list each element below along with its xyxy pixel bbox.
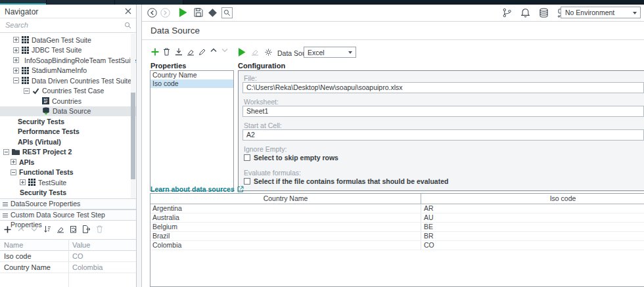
import-properties-button[interactable]: [175, 48, 183, 56]
add-property-button[interactable]: [151, 48, 159, 56]
value-column-header: Value: [68, 240, 136, 250]
notifications-bell-icon[interactable]: [520, 8, 530, 18]
reload-properties-button[interactable]: [69, 225, 78, 234]
main-toolbar: No Environment: [142, 5, 644, 22]
worksheet-input[interactable]: Sheet1: [242, 106, 644, 117]
environment-select[interactable]: No Environment: [561, 7, 641, 18]
ignore-empty-label: Ignore Empty:: [244, 145, 287, 153]
tree-item-infosoap-testsuite[interactable]: InfoSoapBindingRoleTeam TestSuite: [0, 55, 136, 66]
collapse-icon[interactable]: [11, 169, 16, 175]
file-label: File:: [244, 74, 257, 82]
page-title: Data Source: [142, 22, 644, 40]
tree-scrollbar[interactable]: [131, 33, 135, 199]
sort-properties-button[interactable]: [43, 225, 51, 234]
ignore-empty-checkbox[interactable]: [244, 154, 250, 161]
save-button[interactable]: [194, 8, 203, 17]
options-gear-icon[interactable]: [264, 48, 273, 56]
move-down-button[interactable]: [30, 225, 38, 234]
tree-item-countries-test-case[interactable]: Countries Test Case: [0, 86, 136, 97]
tree-item-jdbc-test-suite[interactable]: JDBC Test Suite: [0, 45, 136, 56]
close-icon[interactable]: [125, 8, 131, 14]
git-branch-icon[interactable]: [502, 8, 512, 18]
start-cell-input[interactable]: A2: [242, 129, 644, 141]
custom-properties-header[interactable]: Custom Data Source Test Step Properties: [0, 210, 136, 221]
tree-item-security-tests[interactable]: Security Tests: [0, 116, 136, 127]
testsuite-icon: [22, 67, 29, 74]
panel-lines-icon: [3, 213, 8, 218]
expand-icon[interactable]: [13, 57, 19, 63]
data-source-editor: No Environment Data Source Data Sourc...…: [141, 5, 644, 287]
clear-properties-button[interactable]: [56, 225, 64, 234]
collapse-icon[interactable]: [3, 149, 9, 155]
back-button[interactable]: [147, 8, 157, 18]
search-button[interactable]: [221, 7, 233, 18]
forward-button[interactable]: [160, 8, 170, 18]
tree-item-rest-project-2[interactable]: REST Project 2: [0, 147, 136, 158]
tree-item-stadiumnameinfo[interactable]: StadiumNameInfo: [0, 66, 136, 76]
table-row[interactable]: Colombia CO: [150, 241, 644, 250]
database-icon[interactable]: [539, 8, 549, 18]
search-placeholder: Search: [5, 21, 28, 29]
learn-about-data-sources-link[interactable]: Learn about data sources: [150, 185, 244, 193]
tree-item-apis-virtual[interactable]: APIs (Virtual): [0, 137, 136, 147]
move-property-up-button[interactable]: [210, 48, 217, 53]
table-row[interactable]: Argentina AR: [150, 204, 644, 213]
file-input[interactable]: C:\Users\Reka\Desktop\New\soapui\soapuip…: [242, 82, 644, 93]
properties-list: Country Name Iso code: [150, 70, 234, 191]
expand-icon[interactable]: [13, 68, 19, 74]
configuration-section-label: Configuration: [238, 62, 285, 70]
search-input[interactable]: Search: [0, 18, 136, 33]
chevron-down-icon: [633, 12, 637, 14]
datasource-properties-header[interactable]: DataSource Properties: [0, 198, 136, 210]
evaluate-formulas-label: Evaluate formulas:: [244, 169, 301, 177]
external-link-icon: [237, 186, 244, 192]
tree-item-datagen-test-suite[interactable]: DataGen Test Suite: [0, 35, 136, 45]
expand-icon[interactable]: [13, 47, 19, 53]
tree-item-security-tests-2[interactable]: Security Tests: [0, 188, 136, 198]
tree-item-data-source[interactable]: Data Source: [0, 106, 136, 117]
diamond-icon[interactable]: [210, 10, 216, 16]
tree-item-countries[interactable]: Countries: [0, 96, 136, 106]
run-datasource-button[interactable]: [238, 48, 246, 56]
delete-property-button[interactable]: [95, 225, 104, 234]
iso-code-column-header[interactable]: Iso code: [421, 194, 644, 204]
property-item-iso-code[interactable]: Iso code: [150, 79, 233, 88]
delete-property-button[interactable]: [163, 48, 170, 56]
window-tab-active[interactable]: [0, 0, 46, 5]
property-item-country-name[interactable]: Country Name: [150, 71, 233, 79]
table-row[interactable]: Belgium BE: [150, 223, 644, 232]
testsuite-icon: [28, 179, 35, 186]
export-properties-button[interactable]: [82, 225, 91, 234]
tree-item-functional-tests[interactable]: Functional Tests: [0, 167, 136, 178]
expand-icon[interactable]: [13, 37, 19, 43]
collapse-icon[interactable]: [24, 88, 30, 94]
rename-property-button[interactable]: [198, 48, 206, 56]
ignore-empty-row: Select to skip empty rows: [244, 154, 338, 162]
country-name-column-header[interactable]: Country Name: [150, 194, 421, 204]
run-button[interactable]: [179, 8, 187, 17]
window-tab[interactable]: [46, 0, 114, 5]
navigator-title: Navigator: [5, 7, 38, 16]
datasource-type-select[interactable]: Excel: [304, 47, 356, 58]
table-row[interactable]: Australia AU: [150, 213, 644, 223]
evaluate-formulas-checkbox[interactable]: [244, 178, 250, 185]
clear-data-button[interactable]: [251, 48, 259, 56]
tree-scrollbar-thumb[interactable]: [131, 93, 135, 179]
tree-item-data-driven-countries-test-suite[interactable]: Data Driven Countries Test Suite: [0, 76, 136, 86]
navigator-panel: Navigator Search DataGen Test Suite JDBC…: [0, 5, 137, 287]
collapse-icon[interactable]: [13, 77, 19, 83]
tree-item-apis[interactable]: APIs: [0, 157, 136, 167]
testsuite-icon: [22, 47, 29, 54]
expand-icon[interactable]: [11, 159, 16, 165]
move-up-button[interactable]: [16, 225, 25, 234]
testsuite-icon: [22, 77, 29, 84]
add-property-button[interactable]: [3, 225, 12, 234]
expand-icon[interactable]: [20, 179, 26, 185]
clear-properties-button[interactable]: [187, 48, 195, 56]
panel-splitter[interactable]: [137, 5, 141, 287]
tree-item-testsuite[interactable]: TestSuite: [0, 177, 136, 188]
window-tab[interactable]: [114, 0, 183, 5]
tree-item-performance-tests[interactable]: Performance Tests: [0, 127, 136, 137]
move-property-down-button[interactable]: [221, 48, 228, 53]
table-row[interactable]: Brazil BR: [150, 232, 644, 241]
